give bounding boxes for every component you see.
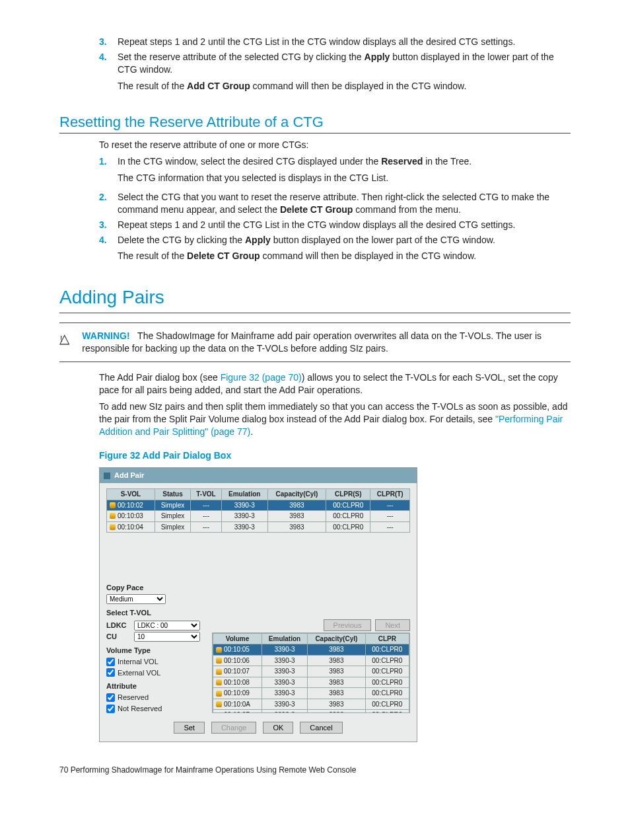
step-number: 3. [99,219,118,231]
volume-icon [216,679,222,685]
set-button[interactable]: Set [174,722,205,734]
step-text: In the CTG window, select the desired CT… [118,155,571,188]
step-number: 4. [99,234,118,267]
cancel-button[interactable]: Cancel [300,722,342,734]
volume-icon [110,513,116,519]
external-vol-checkbox[interactable]: External VOL [106,668,205,678]
step-number: 3. [99,36,118,48]
step-number: 2. [99,191,118,216]
select-tvol-label: Select T-VOL [106,608,410,618]
ldkc-select[interactable]: LDKC : 00 [134,621,200,630]
change-button[interactable]: Change [211,722,257,734]
copy-pace-label: Copy Pace [106,583,410,593]
volume-icon [216,647,222,653]
ok-button[interactable]: OK [263,722,293,734]
paragraph: The Add Pair dialog box (see Figure 32 (… [99,371,571,397]
step-text: Repeat steps 1 and 2 until the CTG List … [118,36,571,48]
tvol-table: VolumeEmulationCapacity(Cyl)CLPR 00:10:0… [213,633,409,713]
steps-reset: 1. In the CTG window, select the desired… [99,155,571,266]
svol-table: S-VOLStatusT-VOLEmulationCapacity(Cyl)CL… [106,488,410,533]
table-row[interactable]: 00:10:063390-3398300:CLPR0 [213,655,409,666]
cu-label: CU [106,632,130,642]
step-text: Select the CTG that you want to reset th… [118,191,571,216]
volume-type-label: Volume Type [106,646,205,656]
warning-text: WARNING! The ShadowImage for Mainframe a… [82,330,571,355]
step-text: Delete the CTG by clicking the Apply but… [118,234,571,267]
page-footer: 70 Performing ShadowImage for Mainframe … [59,765,571,775]
not-reserved-checkbox[interactable]: Not Reserved [106,704,205,714]
previous-button[interactable]: Previous [324,619,372,631]
volume-icon [216,669,222,675]
volume-icon [216,701,222,707]
ldkc-label: LDKC [106,621,130,630]
table-row[interactable]: 00:10:04Simplex---3390-3398300:CLPR0--- [107,521,410,533]
table-row[interactable]: 00:10:053390-3398300:CLPR0 [213,644,409,656]
volume-icon [110,502,116,508]
dialog-titlebar: Add Pair [100,468,417,483]
step-number: 4. [99,51,118,96]
heading-reset-reserve: Resetting the Reserve Attribute of a CTG [59,112,571,134]
table-row[interactable]: 00:10:0B3390-3398300:CLPR0 [213,710,409,713]
attribute-label: Attribute [106,681,205,691]
reset-intro: To reset the reserve attribute of one or… [99,139,571,151]
table-row[interactable]: 00:10:073390-3398300:CLPR0 [213,666,409,677]
step-text: Repeat steps 1 and 2 until the CTG List … [118,219,571,231]
warning-block: △! WARNING! The ShadowImage for Mainfram… [59,323,571,362]
figure-caption: Figure 32 Add Pair Dialog Box [99,449,571,462]
add-pair-dialog: Add Pair S-VOLStatusT-VOLEmulationCapaci… [99,467,417,742]
warning-icon: △! [59,330,71,355]
step-number: 1. [99,155,118,188]
next-button[interactable]: Next [375,619,410,631]
table-row[interactable]: 00:10:083390-3398300:CLPR0 [213,677,409,688]
reserved-checkbox[interactable]: Reserved [106,693,205,703]
figure-link[interactable]: Figure 32 (page 70) [221,372,302,383]
volume-icon [216,658,222,664]
table-row[interactable]: 00:10:093390-3398300:CLPR0 [213,688,409,699]
table-row[interactable]: 00:10:02Simplex---3390-3398300:CLPR0--- [107,500,410,511]
volume-icon [216,691,222,697]
cu-select[interactable]: 10 [134,632,200,642]
table-row[interactable]: 00:10:0A3390-3398300:CLPR0 [213,699,409,710]
paragraph: To add new SIz pairs and then split them… [99,401,571,438]
table-row[interactable]: 00:10:03Simplex---3390-3398300:CLPR0--- [107,511,410,522]
steps-top: 3. Repeat steps 1 and 2 until the CTG Li… [99,36,571,96]
internal-vol-checkbox[interactable]: Internal VOL [106,657,205,667]
step-text: Set the reserve attribute of the selecte… [118,51,571,96]
volume-icon [110,524,116,530]
window-icon [104,473,110,479]
heading-adding-pairs: Adding Pairs [59,285,571,313]
volume-icon [216,712,222,713]
copy-pace-select[interactable]: Medium [106,594,166,604]
